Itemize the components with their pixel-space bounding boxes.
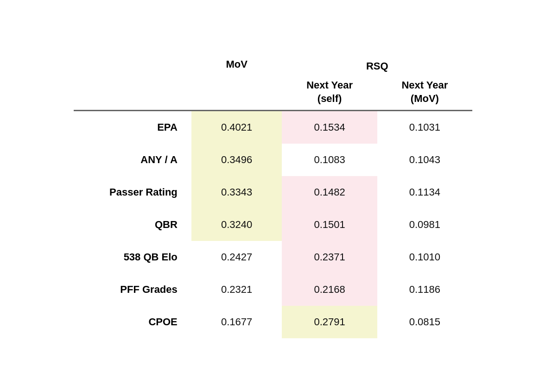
cell-next-year-self: 0.1482 bbox=[282, 176, 377, 209]
cell-next-year-mov: 0.1134 bbox=[377, 176, 472, 209]
table-row: 538 QB Elo0.24270.23710.1010 bbox=[74, 241, 472, 273]
cell-mov: 0.4021 bbox=[191, 111, 282, 144]
row-label: CPOE bbox=[74, 306, 191, 338]
cell-next-year-self: 0.2371 bbox=[282, 241, 377, 273]
cell-mov: 0.3240 bbox=[191, 209, 282, 241]
cell-mov: 0.3343 bbox=[191, 176, 282, 209]
header-rsq-group: RSQ bbox=[282, 54, 472, 74]
header-empty bbox=[74, 54, 191, 74]
header-empty2 bbox=[74, 74, 191, 111]
row-label: ANY / A bbox=[74, 144, 191, 176]
cell-next-year-mov: 0.1043 bbox=[377, 144, 472, 176]
cell-next-year-mov: 0.1186 bbox=[377, 273, 472, 306]
cell-next-year-self: 0.2791 bbox=[282, 306, 377, 338]
table-row: Passer Rating0.33430.14820.1134 bbox=[74, 176, 472, 209]
cell-next-year-self: 0.2168 bbox=[282, 273, 377, 306]
table-row: CPOE0.16770.27910.0815 bbox=[74, 306, 472, 338]
cell-next-year-mov: 0.1010 bbox=[377, 241, 472, 273]
table-body: EPA0.40210.15340.1031ANY / A0.34960.1083… bbox=[74, 111, 472, 339]
table-row: QBR0.32400.15010.0981 bbox=[74, 209, 472, 241]
header-mov: MoV bbox=[191, 54, 282, 74]
cell-next-year-mov: 0.1031 bbox=[377, 111, 472, 144]
row-label: Passer Rating bbox=[74, 176, 191, 209]
row-label: EPA bbox=[74, 111, 191, 144]
cell-next-year-self: 0.1083 bbox=[282, 144, 377, 176]
cell-next-year-self: 0.1501 bbox=[282, 209, 377, 241]
row-label: QBR bbox=[74, 209, 191, 241]
header-mov2 bbox=[191, 74, 282, 111]
row-label: 538 QB Elo bbox=[74, 241, 191, 273]
cell-mov: 0.2321 bbox=[191, 273, 282, 306]
table-row: EPA0.40210.15340.1031 bbox=[74, 111, 472, 144]
cell-next-year-self: 0.1534 bbox=[282, 111, 377, 144]
cell-mov: 0.3496 bbox=[191, 144, 282, 176]
cell-mov: 0.2427 bbox=[191, 241, 282, 273]
header-next-year-self: Next Year(self) bbox=[282, 74, 377, 111]
cell-next-year-mov: 0.0815 bbox=[377, 306, 472, 338]
data-table: MoVRSQNext Year(self)Next Year(MoV) EPA0… bbox=[74, 54, 472, 338]
cell-next-year-mov: 0.0981 bbox=[377, 209, 472, 241]
cell-mov: 0.1677 bbox=[191, 306, 282, 338]
table-container: MoVRSQNext Year(self)Next Year(MoV) EPA0… bbox=[64, 44, 482, 348]
header-next-year-mov: Next Year(MoV) bbox=[377, 74, 472, 111]
table-row: PFF Grades0.23210.21680.1186 bbox=[74, 273, 472, 306]
row-label: PFF Grades bbox=[74, 273, 191, 306]
table-row: ANY / A0.34960.10830.1043 bbox=[74, 144, 472, 176]
